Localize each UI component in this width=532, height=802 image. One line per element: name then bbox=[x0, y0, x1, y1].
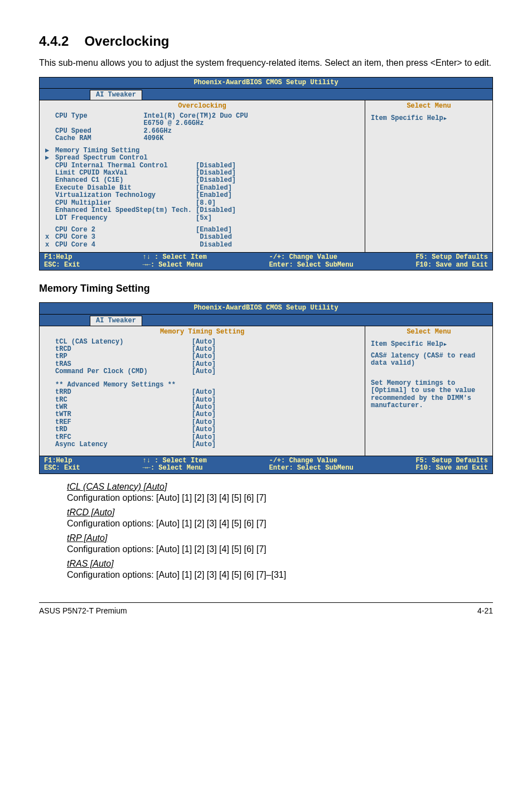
help-text-1: Item Specific Help bbox=[371, 341, 487, 348]
setting-row[interactable]: LDT Frequency [5x] bbox=[45, 215, 359, 222]
chevron-right-icon bbox=[443, 340, 447, 348]
definition-title: tRCD [Auto] bbox=[67, 508, 493, 518]
timing-row[interactable]: tRC [Auto] bbox=[45, 397, 359, 404]
timing-row[interactable]: tCL (CAS Latency) [Auto] bbox=[45, 339, 359, 346]
timing-row[interactable]: Async Latency [Auto] bbox=[45, 441, 359, 448]
bios-tab-row: AI Tweaker bbox=[40, 315, 492, 326]
page-rule bbox=[39, 602, 493, 603]
core-row[interactable]: CPU Core 2 [Enabled] bbox=[45, 226, 359, 234]
footer-col-4: F5: Setup Defaults F10: Save and Exit bbox=[415, 457, 488, 472]
footer-col-4: F5: Setup Defaults F10: Save and Exit bbox=[415, 254, 488, 269]
bios-title: Phoenix-AwardBIOS CMOS Setup Utility bbox=[40, 303, 492, 314]
timing-row[interactable]: tRP [Auto] bbox=[45, 353, 359, 360]
setting-row[interactable]: Enhanced C1 (C1E) [Disabled] bbox=[45, 177, 359, 184]
page-footer: ASUS P5N72-T Premium 4-21 bbox=[39, 606, 493, 615]
setting-row[interactable]: Execute Disable Bit [Enabled] bbox=[45, 185, 359, 192]
advanced-settings-header: ** Advanced Memory Settings ** bbox=[45, 381, 359, 389]
help-text: Item Specific Help bbox=[371, 115, 487, 122]
info-row: CPU Speed 2.66GHz bbox=[45, 128, 359, 135]
tab-ai-tweaker[interactable]: AI Tweaker bbox=[90, 90, 142, 100]
footer-col-2: ↑↓ : Select Item →←: Select Menu bbox=[143, 254, 207, 269]
setting-row[interactable]: Virtualization Technology [Enabled] bbox=[45, 192, 359, 199]
subsection-heading: Memory Timing Setting bbox=[39, 283, 493, 294]
timing-row[interactable]: tRRD [Auto] bbox=[45, 389, 359, 396]
bios-tab-row: AI Tweaker bbox=[40, 89, 492, 100]
definition-title: tCL (CAS Latency) [Auto] bbox=[67, 482, 493, 492]
timing-row[interactable]: tWR [Auto] bbox=[45, 404, 359, 411]
chevron-right-icon bbox=[443, 114, 447, 122]
section-heading: 4.4.2Overclocking bbox=[39, 33, 493, 49]
footer-col-3: -/+: Change Value Enter: Select SubMenu bbox=[269, 254, 353, 269]
setting-row[interactable]: CPU Multiplier [8.0] bbox=[45, 200, 359, 207]
help-text-3: Set Memory timings to [Optimal] to use t… bbox=[371, 380, 487, 410]
core-row[interactable]: xCPU Core 4 Disabled bbox=[45, 241, 359, 249]
help-text-2: CAS# latency (CAS# to read data valid) bbox=[371, 352, 487, 368]
core-row[interactable]: xCPU Core 3 Disabled bbox=[45, 234, 359, 241]
definition-body: Configuration options: [Auto] [1] [2] [3… bbox=[67, 544, 493, 554]
intro-paragraph: This sub-menu allows you to adjust the s… bbox=[39, 57, 493, 69]
bios-screenshot-memory-timing: Phoenix-AwardBIOS CMOS Setup Utility AI … bbox=[39, 302, 493, 474]
setting-row[interactable]: Limit CPUID MaxVal [Disabled] bbox=[45, 170, 359, 177]
left-column-header: Memory Timing Setting bbox=[45, 328, 359, 338]
tab-ai-tweaker[interactable]: AI Tweaker bbox=[90, 316, 142, 326]
footer-product: ASUS P5N72-T Premium bbox=[39, 606, 127, 615]
section-number: 4.4.2 bbox=[39, 33, 69, 49]
section-title-text: Overclocking bbox=[84, 33, 169, 49]
footer-page-number: 4-21 bbox=[477, 606, 493, 615]
bios-footer: F1:Help ESC: Exit ↑↓ : Select Item →←: S… bbox=[40, 456, 492, 474]
definition-body: Configuration options: [Auto] [1] [2] [3… bbox=[67, 493, 493, 503]
setting-row[interactable]: ▶Memory Timing Setting bbox=[45, 147, 359, 154]
info-row: E6750 @ 2.66GHz bbox=[45, 120, 359, 127]
footer-col-3: -/+: Change Value Enter: Select SubMenu bbox=[269, 457, 353, 472]
timing-row[interactable]: tRCD [Auto] bbox=[45, 346, 359, 353]
definition-title: tRAS [Auto] bbox=[67, 559, 493, 569]
definition-body: Configuration options: [Auto] [1] [2] [3… bbox=[67, 519, 493, 529]
setting-row[interactable]: ▶Spread Spectrum Control bbox=[45, 154, 359, 162]
configuration-options-block: tCL (CAS Latency) [Auto]Configuration op… bbox=[67, 482, 493, 580]
timing-row[interactable]: tREF [Auto] bbox=[45, 419, 359, 426]
setting-row[interactable]: Enhanced Intel SpeedStep(tm) Tech. [Disa… bbox=[45, 207, 359, 214]
timing-row[interactable]: tRAS [Auto] bbox=[45, 361, 359, 368]
info-row: CPU Type Intel(R) Core(TM)2 Duo CPU bbox=[45, 113, 359, 120]
bios-screenshot-overclocking: Phoenix-AwardBIOS CMOS Setup Utility AI … bbox=[39, 77, 493, 271]
timing-row[interactable]: tWTR [Auto] bbox=[45, 411, 359, 418]
footer-col-1: F1:Help ESC: Exit bbox=[44, 457, 80, 472]
left-column-header: Overclocking bbox=[45, 103, 359, 112]
bios-footer: F1:Help ESC: Exit ↑↓ : Select Item →←: S… bbox=[40, 252, 492, 270]
right-column-header: Select Menu bbox=[371, 328, 487, 338]
timing-row[interactable]: Command Per Clock (CMD) [Auto] bbox=[45, 368, 359, 375]
info-row: Cache RAM 4096K bbox=[45, 135, 359, 142]
setting-row[interactable]: CPU Internal Thermal Control [Disabled] bbox=[45, 162, 359, 170]
right-column-header: Select Menu bbox=[371, 103, 487, 112]
timing-row[interactable]: tRD [Auto] bbox=[45, 426, 359, 433]
definition-body: Configuration options: [Auto] [1] [2] [3… bbox=[67, 570, 493, 580]
timing-row[interactable]: tRFC [Auto] bbox=[45, 434, 359, 441]
footer-col-1: F1:Help ESC: Exit bbox=[44, 254, 80, 269]
footer-col-2: ↑↓ : Select Item →←: Select Menu bbox=[143, 457, 207, 472]
bios-title: Phoenix-AwardBIOS CMOS Setup Utility bbox=[40, 78, 492, 89]
definition-title: tRP [Auto] bbox=[67, 533, 493, 543]
